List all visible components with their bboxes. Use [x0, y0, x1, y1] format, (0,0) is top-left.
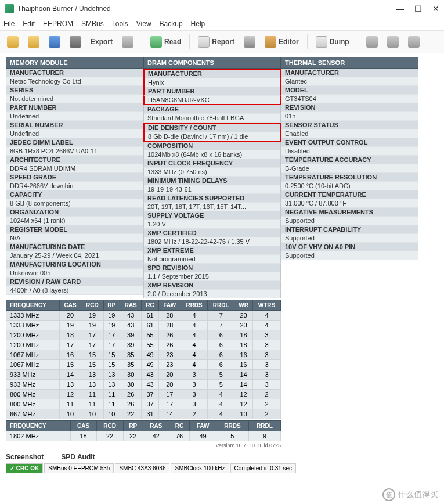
table-row[interactable]: 800 MHz12111126371734122: [6, 390, 281, 399]
table-cell: 4: [181, 340, 207, 350]
field-label: REGISTER MODEL: [6, 225, 143, 234]
table-cell: 11: [81, 399, 103, 409]
aux1-button[interactable]: [363, 34, 381, 50]
menu-file[interactable]: File: [3, 20, 15, 28]
table-cell: 15: [103, 350, 120, 360]
folder-button[interactable]: [24, 34, 43, 50]
table-row[interactable]: 800 MHz11111126371734122: [6, 399, 281, 409]
freq-col-rcd: RCD: [81, 300, 103, 311]
table-cell: 3: [181, 370, 207, 380]
read-button[interactable]: Read: [147, 34, 185, 50]
table-cell: 15: [81, 360, 103, 370]
field-value: Not determined: [6, 95, 143, 103]
export-button[interactable]: Export: [87, 35, 116, 48]
table-row[interactable]: 1802 MHz18222242764959: [6, 431, 281, 441]
minimize-button[interactable]: —: [396, 4, 404, 13]
table-row[interactable]: 1200 MHz17171739552646183: [6, 340, 281, 350]
table-row[interactable]: 933 MHz13131330432035143: [6, 380, 281, 390]
xmp-col-rcd: RCD: [96, 421, 123, 431]
lock-button[interactable]: [118, 34, 137, 50]
editor-button[interactable]: Editor: [261, 34, 302, 50]
table-cell: 5: [208, 370, 234, 380]
folder-icon: [28, 36, 39, 48]
table-cell: 1200 MHz: [6, 330, 60, 340]
app-icon: [5, 4, 14, 13]
open-button[interactable]: [3, 34, 22, 50]
table-cell: 5: [208, 380, 234, 390]
maximize-button[interactable]: ☐: [414, 4, 422, 13]
dump-button[interactable]: Dump: [312, 34, 353, 50]
table-row[interactable]: 667 MHz10101022311424102: [6, 409, 281, 419]
xmp-col-cas: CAS: [70, 421, 96, 431]
table-cell: 39: [120, 330, 142, 340]
link-screenshot[interactable]: Screenshot: [6, 453, 44, 461]
menu-edit[interactable]: Edit: [23, 20, 35, 28]
field-label: XMP EXTREME: [143, 246, 281, 255]
table-row[interactable]: 1200 MHz18171739552646183: [6, 330, 281, 340]
field-value: H5AN8G8NDJR-VKC: [143, 96, 281, 105]
table-cell: 76: [169, 431, 189, 441]
table-cell: 61: [142, 311, 158, 321]
table-cell: 49: [190, 431, 216, 441]
table-cell: 6: [208, 350, 234, 360]
field-value: DDR4-2666V downbin: [6, 182, 143, 190]
table-row[interactable]: 1067 MHz15151535492346163: [6, 360, 281, 370]
table-cell: 13: [81, 370, 103, 380]
table-cell: 31: [142, 409, 158, 419]
table-row[interactable]: 1067 MHz16151535492346163: [6, 350, 281, 360]
field-value: N/A: [6, 234, 143, 243]
toolbar: Export Read Report Editor Dump: [0, 30, 444, 53]
field-label: 10V OF VHV ON A0 PIN: [281, 243, 418, 251]
save-button[interactable]: [45, 34, 64, 50]
field-label: TEMPERATURE ACCURACY: [281, 156, 418, 164]
aux3-button[interactable]: [405, 34, 423, 50]
table-cell: 26: [158, 340, 181, 350]
menu-smbus[interactable]: SMBus: [81, 20, 104, 28]
table-cell: 17: [81, 330, 103, 340]
print-button[interactable]: [66, 34, 85, 50]
report-button[interactable]: Report: [194, 34, 238, 50]
field-value: 1802 MHz / 18-22-22-42-76 / 1.35 V: [143, 237, 281, 246]
table-cell: 26: [120, 390, 142, 399]
menu-tools[interactable]: Tools: [112, 20, 128, 28]
xmp-col-rrdl: RRDL: [248, 421, 280, 431]
table-cell: 800 MHz: [6, 399, 60, 409]
menu-help[interactable]: Help: [191, 20, 205, 28]
table-cell: 20: [234, 321, 253, 330]
table-cell: 42: [143, 431, 169, 441]
table-row[interactable]: 1333 MHz19191943612847204: [6, 321, 281, 330]
xmp-col-faw: FAW: [190, 421, 216, 431]
table-cell: 4: [181, 311, 207, 321]
dram-components-header: DRAM COMPONENTS: [143, 57, 281, 69]
aux3-icon: [408, 36, 420, 48]
table-cell: 43: [142, 380, 158, 390]
freq-col-rp: RP: [103, 300, 120, 311]
table-cell: 18: [70, 431, 96, 441]
freq-col-rc: RC: [142, 300, 158, 311]
field-value: 31.000 °C / 87.800 °F: [281, 199, 418, 208]
editor-label: Editor: [279, 38, 299, 46]
status-segment: SMBC 43A3:8086: [115, 463, 169, 473]
table-row[interactable]: 933 MHz14131330432035143: [6, 370, 281, 380]
tools-button[interactable]: [240, 34, 259, 50]
print-icon: [70, 36, 81, 48]
table-cell: 2: [253, 409, 281, 419]
link-spd-audit[interactable]: SPD Audit: [61, 453, 95, 461]
table-cell: 6: [208, 360, 234, 370]
table-cell: 61: [142, 321, 158, 330]
table-cell: 2: [253, 399, 281, 409]
table-cell: 933 MHz: [6, 370, 60, 380]
close-button[interactable]: ✕: [432, 4, 439, 13]
crc-status: ✓ CRC OK: [6, 463, 43, 473]
field-label: MANUFACTURER: [281, 69, 418, 77]
table-row[interactable]: 1333 MHz20191943612847204: [6, 311, 281, 321]
report-label: Report: [212, 38, 234, 46]
table-cell: 35: [120, 350, 142, 360]
table-cell: 28: [158, 321, 181, 330]
menu-view[interactable]: View: [136, 20, 151, 28]
aux2-button[interactable]: [384, 34, 402, 50]
menu-backup[interactable]: Backup: [160, 20, 183, 28]
menu-eeprom[interactable]: EEPROM: [43, 20, 73, 28]
table-cell: 22: [120, 409, 142, 419]
field-label: TEMPERATURE RESOLUTION: [281, 173, 418, 182]
